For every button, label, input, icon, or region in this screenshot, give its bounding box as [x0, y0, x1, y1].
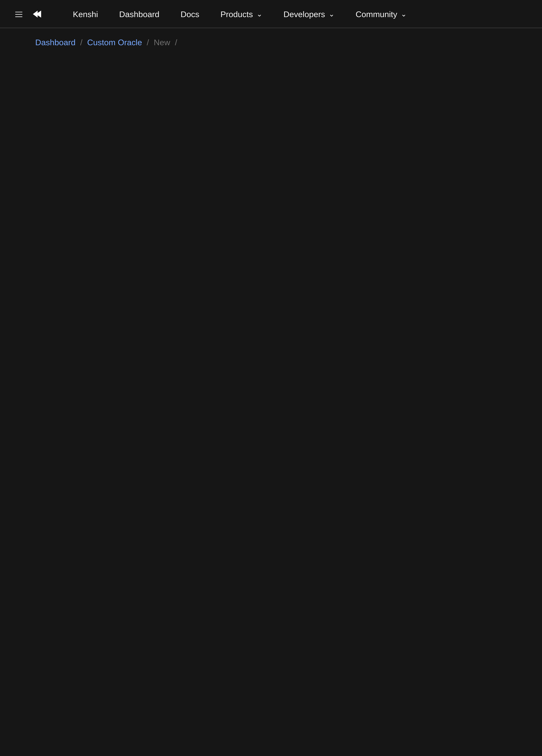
breadcrumb-custom-oracle[interactable]: Custom Oracle [87, 38, 142, 47]
nav-docs[interactable]: Docs [171, 0, 209, 28]
kenshi-logo[interactable] [33, 8, 49, 20]
chevron-down-icon: ⌄ [256, 10, 262, 18]
menu-icon[interactable] [9, 4, 28, 23]
breadcrumb-new: New [154, 38, 170, 47]
breadcrumb-dashboard[interactable]: Dashboard [35, 38, 75, 47]
chevron-down-icon: ⌄ [401, 10, 407, 18]
nav-community[interactable]: Community⌄ [346, 0, 416, 28]
nav-developers[interactable]: Developers⌄ [274, 0, 344, 28]
breadcrumbs: Dashboard/ Custom Oracle/ New/ [0, 28, 542, 56]
chevron-down-icon: ⌄ [329, 10, 335, 18]
nav-dashboard[interactable]: Dashboard [110, 0, 169, 28]
nav-items: Kenshi Dashboard Docs Products⌄ Develope… [64, 0, 416, 28]
topbar: Kenshi Dashboard Docs Products⌄ Develope… [0, 0, 542, 28]
nav-products[interactable]: Products⌄ [211, 0, 272, 28]
nav-kenshi[interactable]: Kenshi [64, 0, 108, 28]
